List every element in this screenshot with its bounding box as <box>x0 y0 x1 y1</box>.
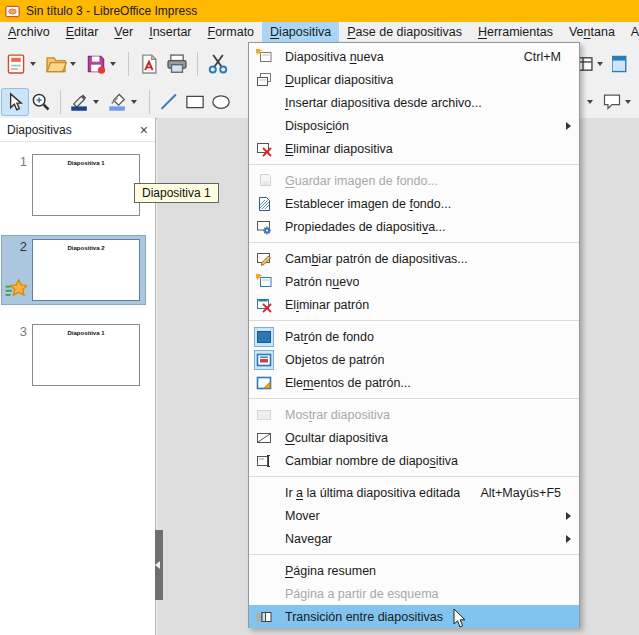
slide-thumbnail-title: Diapositiva 1 <box>33 160 139 166</box>
submenu-arrow-icon <box>566 512 571 520</box>
panel-splitter-handle[interactable] <box>155 530 163 600</box>
menu-item-insertar-diapositiva-desde-archivo[interactable]: Insertar diapositiva desde archivo... <box>249 91 579 114</box>
toolbar-separator <box>149 90 150 114</box>
menubar-item-insertar[interactable]: Insertar <box>141 22 199 42</box>
slides-panel-header: Diapositivas × <box>0 118 155 142</box>
menu-item-cambiar-nombre-de-diapositiva[interactable]: Cambiar nombre de diapositiva <box>249 449 579 472</box>
menubar-item-diapositiva[interactable]: Diapositiva <box>262 22 339 42</box>
menu-item-pagina-resumen[interactable]: Página resumen <box>249 559 579 582</box>
empty-icon-slot <box>255 484 273 502</box>
menubar-item-formato[interactable]: Formato <box>200 22 263 42</box>
dropdown-caret-icon[interactable] <box>587 100 593 104</box>
slide-thumbnail-row-3[interactable]: 3Diapositiva 1 <box>2 321 145 389</box>
print-button[interactable] <box>163 50 191 78</box>
export-pdf-button[interactable] <box>135 50 163 78</box>
save-button[interactable] <box>82 50 122 78</box>
menu-item-navegar[interactable]: Navegar <box>249 527 579 550</box>
new-presentation-icon <box>5 53 27 75</box>
menubar-item-archivo[interactable]: Archivo <box>0 22 58 42</box>
rectangle-icon <box>185 92 205 112</box>
slide-thumbnail[interactable]: Diapositiva 2 <box>32 239 140 301</box>
menubar-item-editar[interactable]: Editar <box>58 22 107 42</box>
slides-panel: Diapositivas × 1Diapositiva 12Diapositiv… <box>0 118 156 635</box>
window-title: Sin título 3 - LibreOffice Impress <box>26 4 197 18</box>
menu-item-duplicar-diapositiva[interactable]: Duplicar diapositiva <box>249 68 579 91</box>
dropdown-button[interactable] <box>581 97 599 107</box>
master-change-icon <box>255 250 273 268</box>
dropdown-caret-icon[interactable] <box>110 62 116 66</box>
menu-item-label: Eliminar patrón <box>285 298 369 312</box>
line-button[interactable] <box>156 89 182 115</box>
line-color-button[interactable] <box>67 89 105 115</box>
menu-item-ocultar-diapositiva[interactable]: Ocultar diapositiva <box>249 426 579 449</box>
print-icon <box>166 53 188 75</box>
menu-item-ir-a-la-ultima-diapositiva-editada[interactable]: Ir a la última diapositiva editadaAlt+Ma… <box>249 481 579 504</box>
dropdown-caret-icon[interactable] <box>70 62 76 66</box>
menu-item-label: Mover <box>285 509 320 523</box>
menu-item-transicion-entre-diapositivas[interactable]: Transición entre diapositivas <box>249 605 579 628</box>
save-icon <box>85 53 107 75</box>
menu-item-patron-nuevo[interactable]: Patrón nuevo <box>249 270 579 293</box>
dropdown-caret-icon[interactable] <box>30 62 36 66</box>
dropdown-caret-icon[interactable] <box>597 62 603 66</box>
cut-button[interactable] <box>204 50 232 78</box>
menubar-item-ayuda[interactable]: Ayuda <box>623 22 639 42</box>
slide-number: 1 <box>2 154 32 169</box>
menu-item-patron-de-fondo[interactable]: Patrón de fondo <box>249 325 579 348</box>
menu-item-cambiar-patron-de-diapositivas[interactable]: Cambiar patrón de diapositivas... <box>249 247 579 270</box>
new-presentation-button[interactable] <box>2 50 42 78</box>
zoom-button[interactable] <box>28 89 54 115</box>
slide-properties-icon <box>255 218 273 236</box>
menubar-item-ventana[interactable]: Ventana <box>561 22 623 42</box>
slide-thumbnail-row-2[interactable]: 2Diapositiva 2 <box>2 236 145 304</box>
open-button[interactable] <box>42 50 82 78</box>
menu-separator <box>249 398 579 399</box>
tooltip-text: Diapositiva 1 <box>142 186 211 200</box>
select-button[interactable] <box>2 89 28 115</box>
fill-color-button[interactable] <box>105 89 143 115</box>
menu-item-label: Página a partir de esquema <box>285 587 439 601</box>
menu-item-diapositiva-nueva[interactable]: Diapositiva nuevaCtrl+M <box>249 45 579 68</box>
menu-item-eliminar-diapositiva[interactable]: Eliminar diapositiva <box>249 137 579 160</box>
menu-item-label: Insertar diapositiva desde archivo... <box>285 96 482 110</box>
slide-number: 3 <box>2 324 32 339</box>
menu-item-label: Propiedades de diapositiva... <box>285 220 446 234</box>
rectangle-button[interactable] <box>182 89 208 115</box>
close-icon[interactable]: × <box>140 123 148 137</box>
menubar-item-herramientas[interactable]: Herramientas <box>470 22 561 42</box>
menu-item-propiedades-de-diapositiva[interactable]: Propiedades de diapositiva... <box>249 215 579 238</box>
slide-delete-icon <box>255 140 273 158</box>
slide-thumbnail-title: Diapositiva 2 <box>33 245 139 251</box>
menu-separator <box>249 242 579 243</box>
comment-icon <box>602 92 622 112</box>
empty-icon-slot <box>255 507 273 525</box>
menu-item-objetos-de-patron[interactable]: Objetos de patrón <box>249 348 579 371</box>
line-icon <box>159 92 179 112</box>
menu-item-label: Diapositiva nueva <box>285 50 384 64</box>
menubar-item-ver[interactable]: Ver <box>106 22 141 42</box>
slide-thumbnail[interactable]: Diapositiva 1 <box>32 324 140 386</box>
dropdown-caret-icon[interactable] <box>625 100 631 104</box>
clipped-blue-button[interactable] <box>609 50 637 78</box>
slide-show-icon <box>255 406 273 424</box>
slide-thumbnail-row-1[interactable]: 1Diapositiva 1 <box>2 151 145 219</box>
ellipse-button[interactable] <box>208 89 234 115</box>
menu-item-disposicion[interactable]: Disposición <box>249 114 579 137</box>
master-background-icon <box>255 328 273 346</box>
ellipse-icon <box>211 92 231 112</box>
menu-item-establecer-imagen-de-fondo[interactable]: Establecer imagen de fondo... <box>249 192 579 215</box>
menu-item-eliminar-patron[interactable]: Eliminar patrón <box>249 293 579 316</box>
dropdown-caret-icon[interactable] <box>93 100 99 104</box>
titlebar: Sin título 3 - LibreOffice Impress <box>0 0 639 22</box>
slide-transition-star-icon[interactable] <box>5 277 27 303</box>
menu-item-label: Patrón de fondo <box>285 330 374 344</box>
menu-item-label: Navegar <box>285 532 332 546</box>
menu-item-mover[interactable]: Mover <box>249 504 579 527</box>
slide-new-icon <box>255 48 273 66</box>
comment-button[interactable] <box>599 89 637 115</box>
dropdown-caret-icon[interactable] <box>131 100 137 104</box>
slide-thumbnail[interactable]: Diapositiva 1 <box>32 154 140 216</box>
toolbar-separator <box>128 52 129 76</box>
menu-item-elementos-de-patron[interactable]: Elementos de patrón... <box>249 371 579 394</box>
menubar-item-pase-de-diapositivas[interactable]: Pase de diapositivas <box>339 22 470 42</box>
